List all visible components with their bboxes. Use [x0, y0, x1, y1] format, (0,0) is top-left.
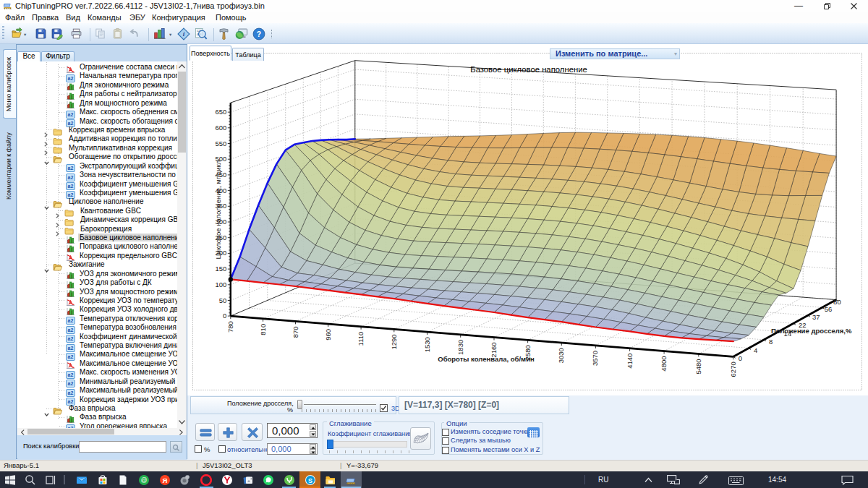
svg-text:0: 0	[223, 312, 226, 320]
svg-text:80: 80	[833, 298, 841, 306]
svg-text:150: 150	[215, 265, 226, 273]
svg-text:Обороты коленвала, об/мин: Обороты коленвала, об/мин	[438, 355, 535, 363]
svg-text:5480: 5480	[694, 359, 702, 374]
svg-text:870: 870	[292, 326, 299, 338]
svg-text:Я: Я	[163, 476, 168, 484]
svg-text:0: 0	[739, 354, 742, 362]
svg-text:780: 780	[226, 321, 234, 333]
svg-text:4800: 4800	[660, 356, 668, 372]
svg-text:8: 8	[769, 338, 773, 346]
svg-text:650: 650	[215, 108, 226, 116]
svg-text:100: 100	[215, 281, 226, 288]
svg-text:50: 50	[219, 296, 227, 304]
svg-text:810: 810	[259, 324, 267, 335]
svg-text:960: 960	[324, 329, 332, 341]
svg-text:3570: 3570	[591, 351, 599, 366]
svg-text:4: 4	[754, 346, 757, 354]
svg-text:Базовое цикловое наполнение: Базовое цикловое наполнение	[470, 65, 587, 74]
svg-text:6270: 6270	[729, 361, 737, 377]
svg-text:600: 600	[215, 124, 226, 132]
svg-text:1530: 1530	[423, 337, 431, 352]
svg-text:Цикловое наполнение, мг/цикл: Цикловое наполнение, мг/цикл	[214, 160, 222, 260]
svg-text:3030: 3030	[557, 348, 565, 363]
svg-text:1290: 1290	[390, 334, 398, 349]
svg-text:1830: 1830	[456, 340, 464, 355]
svg-text:4140: 4140	[626, 354, 634, 369]
svg-text:S: S	[308, 477, 312, 484]
svg-text:Положение дросселя,%: Положение дросселя,%	[771, 327, 852, 335]
svg-text:550: 550	[215, 140, 226, 147]
svg-text:?: ?	[257, 30, 261, 38]
svg-text:37: 37	[812, 313, 820, 321]
svg-text:1110: 1110	[357, 332, 365, 346]
svg-text:56: 56	[825, 305, 833, 313]
svg-text:@: @	[141, 476, 148, 484]
